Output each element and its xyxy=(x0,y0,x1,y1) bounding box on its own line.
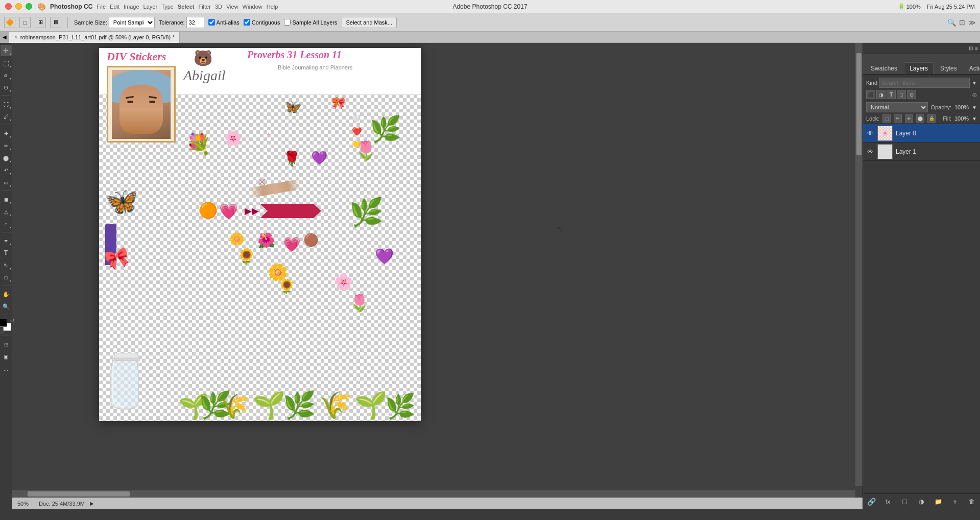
brush-tool[interactable]: ✏▾ xyxy=(1,140,12,151)
pen-tool[interactable]: ✒▾ xyxy=(1,235,12,246)
panel-collapse-left[interactable]: ◀ xyxy=(0,32,9,43)
status-arrow-right[interactable]: ▶ xyxy=(90,501,94,506)
layers-list[interactable]: 👁 🌸 Layer 0 👁 La xyxy=(863,124,980,493)
search-icon-right[interactable]: 🔍 xyxy=(947,18,956,27)
path-select-tool[interactable]: ↖▾ xyxy=(1,259,12,271)
adjustment-layer-button[interactable]: ◑ xyxy=(916,497,926,507)
v-scroll-thumb[interactable] xyxy=(856,53,862,155)
contiguous-checkbox[interactable] xyxy=(244,19,250,26)
new-group-button[interactable]: 📁 xyxy=(933,497,943,507)
fill-value[interactable]: 100% xyxy=(954,115,969,122)
tolerance-input[interactable] xyxy=(186,17,204,28)
minimize-button[interactable] xyxy=(15,3,22,10)
styles-tab[interactable]: Styles xyxy=(935,62,963,74)
swap-colors-icon[interactable]: ⇄ xyxy=(10,318,14,323)
blur-tool[interactable]: △▾ xyxy=(1,206,12,217)
opacity-down-arrow[interactable]: ▼ xyxy=(972,105,977,110)
lock-position-icon[interactable]: ✛ xyxy=(905,114,913,123)
kind-label: Kind xyxy=(866,80,877,86)
lock-transparency-icon[interactable]: ⬚ xyxy=(882,114,891,123)
title-bar-right: 🔋 100% Fri Aug 25 5:24 PM xyxy=(898,3,975,10)
filter-adjust-icon[interactable]: ◑ xyxy=(876,90,886,99)
fill-down-arrow[interactable]: ▼ xyxy=(972,116,977,122)
filter-shape-icon[interactable]: □ xyxy=(897,90,906,99)
history-brush-tool[interactable]: ↶▾ xyxy=(1,164,12,176)
panel-icon-right[interactable]: ⊡ xyxy=(959,18,965,27)
extra-btn[interactable]: ⊠ xyxy=(50,17,61,28)
clone-tool[interactable]: ⬤▾ xyxy=(1,152,12,163)
anti-alias-checkbox[interactable] xyxy=(208,19,215,26)
tool-preset-picker[interactable]: 🔶 xyxy=(4,17,15,28)
dodge-tool[interactable]: ○▾ xyxy=(1,218,12,229)
pink-roses: 🌸 xyxy=(224,130,242,147)
crop-tool[interactable]: ⛶▾ xyxy=(1,99,12,110)
pink-flower-right: 🌷 xyxy=(349,293,370,313)
h-scroll-thumb[interactable] xyxy=(28,491,130,497)
layers-tab[interactable]: Layers xyxy=(904,62,934,74)
contiguous-label[interactable]: Contiguous xyxy=(244,19,280,26)
expand-icon[interactable]: ⊡ xyxy=(969,45,973,51)
foreground-color[interactable] xyxy=(0,319,7,327)
swatches-tab[interactable]: Swatches xyxy=(865,62,903,74)
hand-tool[interactable]: ✋ xyxy=(1,289,12,300)
horizontal-scrollbar[interactable] xyxy=(12,490,855,498)
sample-all-checkbox[interactable] xyxy=(284,19,291,26)
lasso-tool[interactable]: ⌀▾ xyxy=(1,69,12,81)
close-button[interactable] xyxy=(5,3,12,10)
new-layer-button[interactable]: + xyxy=(950,497,960,507)
zoom-tool[interactable]: 🔍 xyxy=(1,301,12,312)
marquee-tool[interactable]: ⬚▾ xyxy=(1,57,12,68)
expand-right[interactable]: ≫ xyxy=(968,18,976,27)
sample-size-select[interactable]: Point Sample 3 by 3 Average 5 by 5 Avera… xyxy=(109,17,155,28)
lock-all-icon[interactable]: 🔒 xyxy=(927,114,936,123)
document-tab[interactable]: × robinsampson_P31_L11_art01.pdf @ 50% (… xyxy=(9,32,180,43)
zoom-level[interactable]: 50% xyxy=(17,501,29,507)
screen-mode-tool[interactable]: ▣ xyxy=(1,351,12,362)
right-panel-top-bar: ⊡ ≡ xyxy=(863,43,980,54)
extra-tools[interactable]: … xyxy=(1,363,12,374)
healing-tool[interactable]: ✚▾ xyxy=(1,128,12,139)
panel-menu-icon[interactable]: ≡ xyxy=(975,45,978,51)
quick-mask-tool[interactable]: ⊡ xyxy=(1,339,12,350)
maximize-button[interactable] xyxy=(26,3,32,10)
filter-pixel-icon[interactable]: ⬛ xyxy=(866,90,875,99)
opacity-value[interactable]: 100% xyxy=(954,104,969,110)
filter-smart-icon[interactable]: ⊙ xyxy=(907,90,916,99)
shape-tool[interactable]: □▾ xyxy=(1,272,12,283)
select-mask-button[interactable]: Select and Mask... xyxy=(342,17,397,28)
orange-flowers-cluster: 🌼 xyxy=(229,232,245,246)
eraser-tool[interactable]: ▭▾ xyxy=(1,177,12,188)
refine-btn[interactable]: ⊞ xyxy=(35,17,46,28)
layer-1-visibility[interactable]: 👁 xyxy=(866,148,874,156)
link-layers-button[interactable]: 🔗 xyxy=(866,497,876,507)
sample-all-label[interactable]: Sample All Layers xyxy=(284,19,337,26)
filter-toggle-icon[interactable]: ◎ xyxy=(972,92,977,98)
app-name: Photoshop CC xyxy=(50,3,92,10)
vertical-scrollbar[interactable] xyxy=(855,43,863,486)
canvas-area[interactable]: DIV Stickers 🐻 Proverbs 31 Lesson 11 Bib… xyxy=(12,43,863,498)
add-mask-button[interactable]: □ xyxy=(900,497,910,507)
type-tool[interactable]: T xyxy=(1,247,12,258)
sample-overlay-btn[interactable]: □ xyxy=(19,17,31,28)
layer-0-visibility[interactable]: 👁 xyxy=(866,129,874,137)
traffic-lights[interactable] xyxy=(5,3,32,10)
delete-layer-button[interactable]: 🗑 xyxy=(967,497,977,507)
layers-search-input[interactable] xyxy=(882,80,967,86)
lock-artboard-icon[interactable]: ⬤ xyxy=(916,114,924,123)
search-down-icon[interactable]: ▼ xyxy=(972,80,977,86)
layer-row[interactable]: 👁 Layer 1 xyxy=(863,143,980,161)
layer-effects-button[interactable]: fx xyxy=(883,497,893,507)
close-icon[interactable]: × xyxy=(14,34,17,40)
search-inner[interactable] xyxy=(879,78,970,88)
filter-type-icon[interactable]: T xyxy=(887,90,896,99)
lock-paint-icon[interactable]: ✏ xyxy=(894,114,902,123)
anti-alias-label[interactable]: Anti-alias xyxy=(208,19,240,26)
layer-row[interactable]: 👁 🌸 Layer 0 xyxy=(863,124,980,143)
actions-tab[interactable]: Actions xyxy=(964,62,980,74)
blend-mode-select[interactable]: Normal Dissolve Multiply Screen Overlay xyxy=(866,102,928,112)
eyedropper-tool[interactable]: 🖊▾ xyxy=(1,111,12,122)
move-tool[interactable]: ✛▾ xyxy=(1,45,12,56)
default-colors-icon[interactable]: ⬛ xyxy=(0,329,4,334)
quick-select-tool[interactable]: ⊙▾ xyxy=(1,82,12,93)
gradient-tool[interactable]: ◼▾ xyxy=(1,194,12,205)
